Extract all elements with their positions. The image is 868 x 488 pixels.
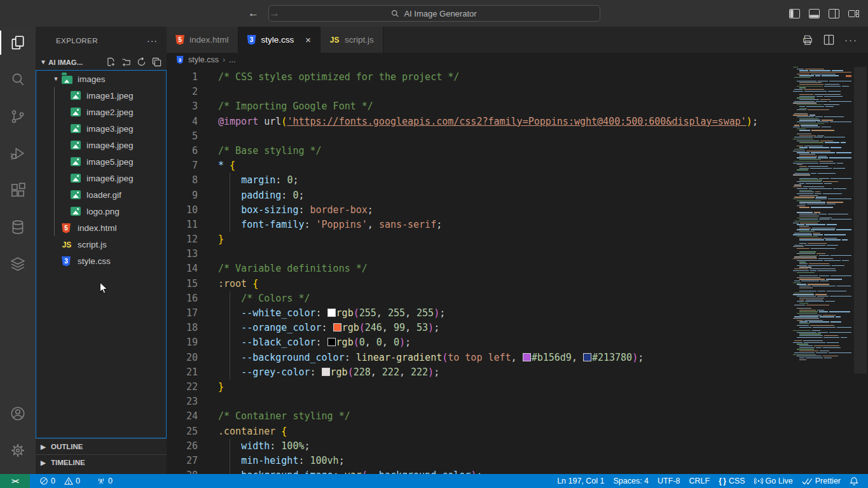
code-line-14[interactable]: 14/* Variable definitions */ [167,261,868,276]
search-view-icon[interactable] [0,64,36,95]
close-tab-icon[interactable]: × [305,34,311,45]
breadcrumb[interactable]: 3 style.css › ... [167,53,868,67]
code-line-16[interactable]: 16 /* Colors */ [167,291,868,306]
extensions-icon[interactable] [0,174,36,206]
color-swatch[interactable] [327,338,336,346]
code-line-2[interactable]: 2 [167,85,868,99]
status-spaces-4[interactable]: Spaces: 4 [609,474,653,488]
status-bell[interactable] [845,474,863,488]
code-line-28[interactable]: 28 background-image: var(--background_co… [167,468,868,474]
accounts-icon[interactable] [0,398,36,429]
settings-gear-icon[interactable] [0,435,36,466]
tree-item-images[interactable]: ▼images [36,71,166,87]
forward-arrow-icon[interactable]: → [269,7,280,20]
status-label: Go Live [766,477,793,485]
toggle-sidebar-icon[interactable] [789,9,800,18]
explorer-icon[interactable] [0,27,36,59]
status-ln-197-col-1[interactable]: Ln 197, Col 1 [553,474,609,488]
code-line-26[interactable]: 26 width: 100%; [167,439,868,454]
code-line-12[interactable]: 12} [167,232,868,247]
project-section-header[interactable]: ▼ AI IMAG... [36,54,167,70]
tab-style.css[interactable]: 3style.css× [238,27,321,53]
tree-item-loader.gif[interactable]: loader.gif [36,186,166,203]
source-control-icon[interactable] [0,101,36,132]
more-actions-icon[interactable]: ··· [844,34,858,45]
code-line-22[interactable]: 22} [167,380,868,394]
code-line-25[interactable]: 25.container { [167,424,868,439]
split-editor-icon[interactable] [823,34,834,45]
code-line-8[interactable]: 8 margin: 0; [167,173,868,188]
back-arrow-icon[interactable]: ← [248,7,259,20]
outline-panel-header[interactable]: ▶ OUTLINE [36,438,167,454]
color-swatch[interactable] [322,368,330,376]
toggle-secondary-sidebar-icon[interactable] [829,9,839,18]
sidebar-more-actions-icon[interactable]: ··· [147,36,158,46]
status-utf-8[interactable]: UTF-8 [653,474,684,488]
tab-index.html[interactable]: 5index.html [167,27,238,53]
tree-item-style.css[interactable]: 3style.css [36,253,166,269]
status-prettier[interactable]: Prettier [797,474,845,488]
tree-item-index.html[interactable]: 5index.html [36,220,166,236]
breadcrumb-more[interactable]: ... [229,55,235,64]
code-line-19[interactable]: 19 --black_color: rgb(0, 0, 0); [167,335,868,350]
tree-item-image4.jpeg[interactable]: image4.jpeg [36,137,166,153]
code-line-10[interactable]: 10 box-sizing: border-box; [167,203,868,218]
tree-item-image3.jpeg[interactable]: image3.jpeg [36,120,166,137]
code-line-15[interactable]: 15:root { [167,277,868,291]
color-swatch[interactable] [583,353,591,361]
run-debug-icon[interactable] [0,137,36,169]
status-0[interactable]: 0 [92,474,117,488]
code-line-17[interactable]: 17 --white_color: rgb(255, 255, 255); [167,306,868,321]
code-line-18[interactable]: 18 --orange_color: rgb(246, 99, 53); [167,321,868,335]
color-swatch[interactable] [327,309,336,317]
code-line-4[interactable]: 4@import url('https://fonts.googleapis.c… [167,115,868,129]
new-folder-icon[interactable] [121,57,131,67]
status-0[interactable]: 0 [35,474,60,488]
image-file-icon [71,108,81,117]
code-editor[interactable]: 1/* CSS styles optimized for the project… [167,67,868,474]
code-line-27[interactable]: 27 min-height: 100vh; [167,454,868,468]
code-line-24[interactable]: 24/* Container styling */ [167,409,868,424]
tree-item-image5.jpeg[interactable]: image5.jpeg [36,153,166,170]
code-line-3[interactable]: 3/* Importing Google Font */ [167,99,868,114]
command-center-search[interactable]: AI Image Generator [268,5,600,22]
refresh-icon[interactable] [137,57,146,67]
color-swatch[interactable] [523,353,531,361]
status-css[interactable]: { }CSS [714,474,749,488]
breadcrumb-file[interactable]: style.css [188,55,219,64]
minimap[interactable] [792,67,853,474]
customize-layout-icon[interactable] [848,9,859,18]
status-crlf[interactable]: CRLF [685,474,715,488]
code-line-13[interactable]: 13 [167,247,868,261]
status-0[interactable]: 0 [60,474,85,488]
print-icon[interactable] [802,34,813,46]
color-swatch[interactable] [333,323,341,331]
code-line-6[interactable]: 6/* Base styling */ [167,144,868,158]
code-line-11[interactable]: 11 font-family: 'Poppins', sans-serif; [167,218,868,232]
code-line-23[interactable]: 23 [167,394,868,409]
database-icon[interactable] [0,211,36,243]
code-line-9[interactable]: 9 padding: 0; [167,188,868,203]
collapse-folders-icon[interactable] [152,57,162,67]
tree-item-logo.png[interactable]: logo.png [36,203,166,220]
line-content: padding: 0; [218,188,304,203]
images-folder-icon [62,74,72,84]
code-line-21[interactable]: 21 --grey-color: rgb(228, 222, 222); [167,365,868,380]
tree-item-image1.jpeg[interactable]: image1.jpeg [36,87,166,104]
tree-item-image6.jpeg[interactable]: image6.jpeg [36,170,166,186]
status-go-live[interactable]: Go Live [750,474,797,488]
tree-item-image2.jpeg[interactable]: image2.jpeg [36,104,166,120]
remote-indicator[interactable]: >< [0,474,30,488]
code-line-5[interactable]: 5 [167,129,868,144]
code-line-7[interactable]: 7* { [167,158,868,173]
code-line-1[interactable]: 1/* CSS styles optimized for the project… [167,70,868,85]
tab-script.js[interactable]: JSscript.js [320,27,383,53]
scrollbar-thumb[interactable] [854,67,867,373]
indent-guide [54,87,55,236]
timeline-panel-header[interactable]: ▶ TIMELINE [36,454,167,470]
new-file-icon[interactable] [106,57,116,67]
toggle-panel-icon[interactable] [809,9,820,18]
layers-icon[interactable] [0,248,36,280]
code-line-20[interactable]: 20 --background_color: linear-gradient(t… [167,351,868,365]
tree-item-script.js[interactable]: JSscript.js [36,236,166,253]
